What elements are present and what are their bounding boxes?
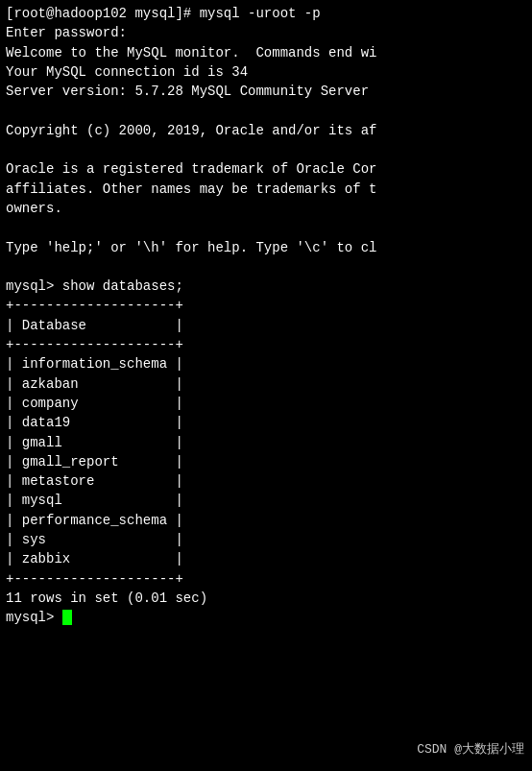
terminal-text-block: [root@hadoop102 mysql]# mysql -uroot -p … [6,4,526,608]
cursor [62,610,72,625]
watermark: CSDN @大数据小理 [417,740,524,758]
prompt-text: mysql> [6,608,62,627]
terminal-window: [root@hadoop102 mysql]# mysql -uroot -p … [0,0,532,771]
terminal-output: [root@hadoop102 mysql]# mysql -uroot -p … [6,4,526,608]
terminal-prompt-line[interactable]: mysql> [6,608,526,627]
